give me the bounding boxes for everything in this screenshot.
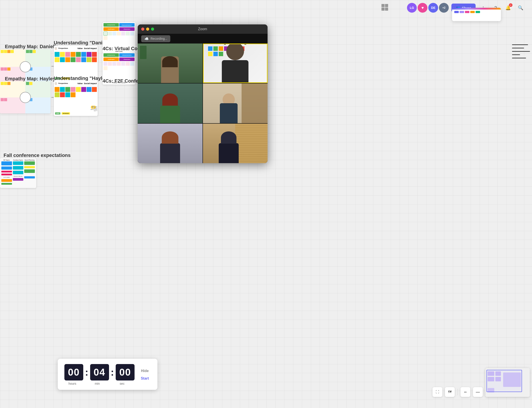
empathy-danielle-label: Empathy Map: Danielle <box>5 44 58 50</box>
zoom-cell-1 <box>138 43 203 83</box>
search-icon: 🔍 <box>518 5 523 10</box>
notification-badge: 4 <box>509 3 513 7</box>
notification-content <box>452 9 501 14</box>
fit-button[interactable]: ⇔ <box>461 387 470 397</box>
zoom-cell-3 <box>138 84 203 123</box>
empathy-hayley-center-circle <box>20 92 31 103</box>
notification-button[interactable]: 🔔 4 <box>503 3 513 13</box>
close-button[interactable] <box>141 27 144 31</box>
ud-stickies <box>54 51 98 63</box>
fall-inner: PD Topics OUTCOMES Funding Topics Reveal… <box>0 158 36 188</box>
timer-minutes: 04 <box>90 364 109 381</box>
video-person-1 <box>138 43 203 83</box>
gradient-bar <box>452 8 501 9</box>
recording-indicator[interactable]: ☁️ Recording... <box>141 35 170 42</box>
zoom-cell-5 <box>138 124 203 163</box>
ud-header: 📋 Perspectives Value Social Impact <box>54 46 98 51</box>
fcs-virtual-stickies <box>103 32 135 40</box>
video-person-6 <box>203 124 268 163</box>
fall-columns: PD Topics OUTCOMES Funding Topics Reveal… <box>1 159 35 187</box>
minimap[interactable] <box>485 368 530 397</box>
cloud-icon: ☁️ <box>144 37 149 41</box>
timer-seconds-label: sec <box>114 382 130 385</box>
avatar-de[interactable]: DE <box>428 3 438 13</box>
zoom-title: Zoom <box>198 27 207 31</box>
fullscreen-icon: ⛶ <box>436 390 439 394</box>
fullscreen-button[interactable]: ⛶ <box>433 387 442 397</box>
bottom-right-panel: ⛶ 🗺 ⇔ — <box>433 387 483 397</box>
recording-text: Recording... <box>151 37 167 40</box>
separator <box>457 389 458 395</box>
fcs-top-labels: components characteristics✓ <box>103 23 135 27</box>
minimize-button[interactable] <box>146 27 149 31</box>
timer-colon-1: : <box>85 367 88 378</box>
search-button[interactable]: 🔍 <box>515 3 525 13</box>
video-person-5 <box>138 124 203 163</box>
timer-controls: Hide Start <box>139 368 151 381</box>
timer-minutes-label: min <box>89 382 105 385</box>
zoom-video-grid <box>138 43 267 163</box>
zoom-cell-6 <box>203 124 268 163</box>
timer-labels: hours min sec <box>64 382 135 385</box>
minimap-viewport <box>487 370 522 392</box>
timer-hours-label: hours <box>64 382 80 385</box>
zoom-titlebar: Zoom <box>138 25 267 34</box>
fall-card[interactable]: PD Topics OUTCOMES Funding Topics Reveal… <box>0 158 36 188</box>
uh-header: 📋 Perspectives Value Social Impact <box>54 81 98 86</box>
zoom-recording-bar: ☁️ Recording... <box>138 34 267 43</box>
video-person-4 <box>203 84 268 123</box>
fit-icon: ⇔ <box>464 390 467 394</box>
timer-hours: 00 <box>64 364 83 381</box>
fall-col-1: PD Topics OUTCOMES <box>1 159 12 187</box>
maximize-button[interactable] <box>151 27 154 31</box>
fcs-middle-labels: challenges characters <box>103 27 135 31</box>
uh-labels: LIKE WONDER <box>55 112 70 115</box>
fall-label: Fall conference expectations <box>4 153 71 158</box>
start-button[interactable]: Start <box>139 376 151 381</box>
fall-header-1: PD Topics <box>1 159 12 161</box>
empathy-center-circle <box>20 61 31 72</box>
minimap-content <box>485 368 530 397</box>
avatar-count[interactable]: +2 <box>439 3 449 13</box>
avatar-lg[interactable]: LG <box>407 3 417 13</box>
timer-colon-2: : <box>111 367 114 378</box>
fcs-f2f-mid-labels: challenges characters <box>103 58 135 61</box>
zoom-cell-2 <box>203 43 268 83</box>
hide-button[interactable]: Hide <box>139 368 151 374</box>
uh-stickies <box>54 86 98 98</box>
avatar-pink[interactable]: ♥ <box>418 3 427 13</box>
fall-header-3: Board Planning <box>24 159 35 161</box>
zoom-out-button[interactable]: — <box>473 387 483 397</box>
timer-widget: 00 : 04 : 00 hours min sec Hide Start <box>58 359 157 390</box>
fcs-f2f-stickies <box>103 62 135 70</box>
timer-display: 00 : 04 : 00 <box>64 364 135 381</box>
map-toggle-button[interactable]: 🗺 <box>445 387 455 397</box>
timer-main: 00 : 04 : 00 hours min sec <box>64 364 135 385</box>
right-decoration <box>512 44 532 58</box>
minus-icon: — <box>476 390 480 394</box>
understanding-hayley-inner: 📋 Perspectives Value Social Impact LIKE … <box>54 81 98 116</box>
zoom-window: Zoom ☁️ Recording... <box>138 25 267 163</box>
understanding-hayley-card[interactable]: 📋 Perspectives Value Social Impact LIKE … <box>54 81 98 116</box>
empathy-hayley-label: Empathy Map: Hayley <box>5 76 55 82</box>
video-person-2 <box>204 44 267 82</box>
timer-seconds: 00 <box>116 364 135 381</box>
fall-col-3: Board Planning <box>24 159 35 187</box>
empathy-hayley-card[interactable] <box>0 81 51 113</box>
fall-col-2: Funding Topics Reveal in Member <box>13 159 24 187</box>
will-note: WILL MYPAIDMENTORSGET? <box>91 106 97 111</box>
notification-panel <box>452 8 501 21</box>
understanding-hayley-label: Understanding "Hayley" <box>54 76 110 81</box>
video-person-3 <box>138 84 203 123</box>
fall-header-2: Funding Topics <box>13 159 24 161</box>
map-icon: 🗺 <box>448 390 452 394</box>
zoom-cell-4 <box>203 84 268 123</box>
fcs-f2f-top-labels: components characteristics <box>103 53 135 57</box>
empathy-hayley-inner <box>0 81 51 113</box>
avatar-group: LG ♥ DE +2 <box>407 3 449 13</box>
